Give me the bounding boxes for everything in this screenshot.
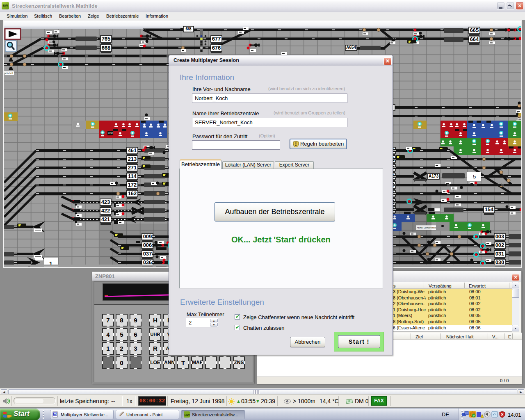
svg-text:664: 664 [470,36,479,42]
svg-text:per-Leit: per-Leit [4,72,13,75]
svg-text:009: 009 [143,233,152,240]
svg-text:765: 765 [102,36,111,42]
svg-text:423: 423 [101,199,110,205]
svg-text:461: 461 [128,147,137,153]
svg-text:003: 003 [495,233,504,240]
svg-text:A173: A173 [429,174,438,178]
svg-text:6/8: 6/8 [186,27,192,31]
svg-text:668: 668 [102,45,111,51]
svg-text:!: ! [482,415,482,418]
svg-text:422: 422 [101,208,110,214]
svg-text:006: 006 [143,242,152,248]
svg-text:271: 271 [128,164,137,171]
svg-text:W: W [54,413,57,416]
svg-text:676: 676 [212,45,221,51]
svg-text:036: 036 [143,259,152,265]
svg-text:172: 172 [128,182,137,188]
svg-text:677: 677 [212,36,221,42]
svg-text:114: 114 [128,173,137,179]
svg-text:030: 030 [495,259,504,265]
svg-text:154: 154 [485,206,494,212]
svg-text:BW: BW [185,413,190,417]
svg-text:5: 5 [473,173,476,180]
svg-text:665: 665 [470,27,479,33]
svg-text:A654: A654 [346,45,356,50]
svg-text:213: 213 [128,156,137,162]
svg-text:002: 002 [495,242,504,248]
svg-text:421: 421 [101,216,110,222]
svg-text:031: 031 [495,251,504,257]
svg-text:162: 162 [128,190,137,196]
svg-text:037: 037 [143,251,152,257]
